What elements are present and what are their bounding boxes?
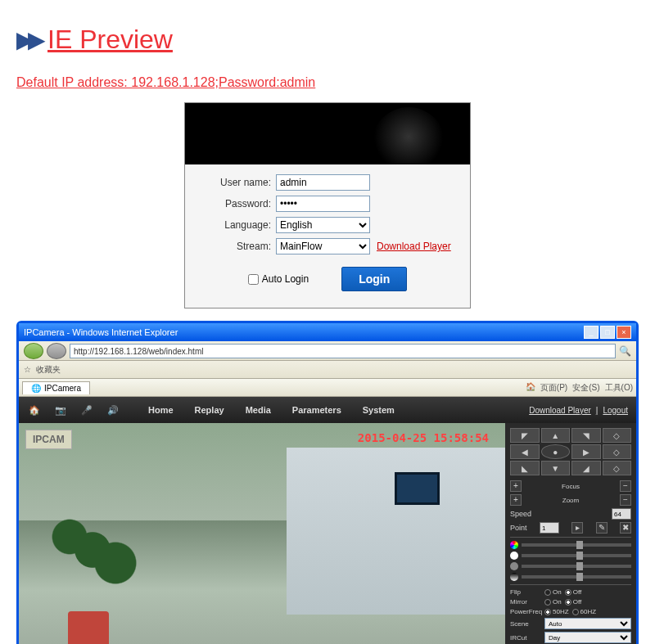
contrast-icon — [510, 562, 518, 570]
brightness-icon — [510, 552, 518, 560]
language-select[interactable]: English — [276, 217, 370, 233]
page-title: IE Preview — [47, 25, 173, 55]
username-input[interactable] — [276, 174, 370, 191]
auto-login-input[interactable] — [248, 274, 259, 285]
stream-select[interactable]: MainFlow — [276, 238, 370, 254]
mic-icon[interactable]: 🎤 — [79, 403, 94, 417]
app-download-player-link[interactable]: Download Player — [529, 406, 591, 415]
home-icon[interactable]: 🏠 — [526, 382, 535, 394]
ie-tab-bar: 🌐 IPCamera 🏠 页面(P) 安全(S) 工具(O) — [19, 379, 636, 397]
app-menu-bar: 🏠 📷 🎤 🔊 Home Replay Media Parameters Sys… — [19, 397, 636, 423]
close-button[interactable]: × — [617, 326, 631, 339]
hue-icon — [510, 541, 518, 549]
focus-minus[interactable]: − — [620, 480, 631, 492]
video-timestamp: 2015-04-25 15:58:54 — [358, 431, 489, 444]
ircut-select[interactable]: Day — [544, 632, 631, 643]
ptz-up[interactable]: ▲ — [541, 428, 571, 443]
point-go[interactable]: ▸ — [571, 522, 583, 534]
window-titlebar: IPCamera - Windows Internet Explorer _ □… — [19, 323, 636, 341]
mirror-label: Mirror — [510, 598, 541, 606]
flip-on[interactable]: On — [544, 588, 562, 596]
speaker-icon[interactable]: 🔊 — [106, 403, 120, 417]
ptz-aux3[interactable]: ◇ — [603, 461, 632, 475]
scene-label: Scene — [510, 620, 541, 628]
nav-home[interactable]: Home — [148, 405, 174, 415]
login-button[interactable]: Login — [341, 267, 407, 291]
ircut-label: IRCut — [510, 634, 541, 642]
ptz-up-left[interactable]: ◤ — [510, 428, 540, 443]
logout-link[interactable]: Logout — [603, 406, 628, 415]
ptz-aux1[interactable]: ◇ — [603, 428, 632, 443]
tool-tools[interactable]: 工具(O) — [605, 382, 633, 394]
point-label: Point — [510, 524, 527, 532]
powerfreq-label: PowerFreq — [510, 608, 541, 615]
double-arrow-icon: ▶▶ — [16, 26, 39, 53]
password-label: Password: — [197, 198, 271, 209]
url-bar[interactable]: http://192.168.1.128/web/index.html — [70, 344, 616, 358]
video-plant — [35, 489, 150, 644]
tool-page[interactable]: 页面(P) — [540, 382, 567, 394]
saturation-slider[interactable] — [522, 575, 631, 579]
ptz-up-right[interactable]: ◥ — [571, 428, 601, 443]
brightness-slider[interactable] — [522, 554, 631, 557]
ie-toolbar: http://192.168.1.128/web/index.html 🔍 — [19, 341, 636, 361]
login-header-image — [185, 103, 470, 164]
maximize-button[interactable]: □ — [600, 326, 615, 339]
ie-favorites-bar: ☆ 收藏夹 — [19, 361, 636, 379]
minimize-button[interactable]: _ — [584, 326, 599, 339]
camera-icon[interactable]: 📷 — [53, 403, 68, 417]
zoom-minus[interactable]: − — [620, 494, 631, 506]
zoom-label: Zoom — [562, 497, 579, 504]
point-input[interactable] — [540, 522, 559, 534]
ptz-down-right[interactable]: ◢ — [571, 461, 601, 475]
auto-login-checkbox[interactable]: Auto Login — [248, 273, 309, 285]
ptz-down-left[interactable]: ◣ — [510, 461, 540, 475]
scene-select[interactable]: Auto — [544, 618, 631, 629]
focus-plus[interactable]: + — [510, 480, 522, 492]
back-button[interactable] — [24, 343, 43, 359]
zoom-plus[interactable]: + — [510, 494, 522, 506]
mirror-on[interactable]: On — [544, 598, 562, 606]
forward-button[interactable] — [47, 343, 66, 359]
hue-slider[interactable] — [522, 543, 631, 547]
focus-label: Focus — [562, 483, 580, 490]
ptz-aux2[interactable]: ◇ — [603, 444, 632, 459]
ptz-right[interactable]: ▶ — [571, 444, 601, 459]
contrast-slider[interactable] — [522, 565, 631, 568]
nav-parameters[interactable]: Parameters — [292, 405, 341, 415]
language-label: Language: — [197, 219, 271, 231]
nav-replay[interactable]: Replay — [195, 405, 224, 415]
password-input[interactable] — [276, 196, 370, 212]
download-player-link[interactable]: Download Player — [377, 241, 451, 252]
browser-tab[interactable]: 🌐 IPCamera — [22, 381, 90, 394]
ptz-center[interactable]: ● — [541, 444, 571, 459]
login-panel: User name: Password: Language: English S… — [184, 102, 471, 308]
dome-camera-icon — [372, 107, 445, 164]
speed-input[interactable] — [612, 508, 631, 520]
tab-favicon: 🌐 — [31, 384, 41, 393]
search-icon[interactable]: 🔍 — [619, 345, 631, 357]
point-set[interactable]: ✎ — [596, 522, 608, 534]
freq-60[interactable]: 60HZ — [572, 608, 597, 615]
flip-off[interactable]: Off — [565, 588, 582, 596]
control-panel: ◤ ▲ ◥ ◇ ◀ ● ▶ ◇ ◣ ▼ ◢ ◇ + Focus − + Zoom — [505, 423, 636, 644]
home-icon[interactable]: 🏠 — [27, 403, 42, 417]
favorites-star-icon[interactable]: ☆ — [24, 365, 31, 374]
ptz-left[interactable]: ◀ — [510, 444, 540, 459]
saturation-icon — [510, 573, 518, 581]
favorites-label[interactable]: 收藏夹 — [36, 364, 61, 376]
username-label: User name: — [197, 177, 271, 188]
tab-label: IPCamera — [44, 384, 81, 393]
tool-security[interactable]: 安全(S) — [572, 382, 599, 394]
ipcam-badge: IPCAM — [25, 430, 72, 449]
speed-label: Speed — [510, 510, 531, 518]
nav-system[interactable]: System — [363, 405, 395, 415]
browser-window: IPCamera - Windows Internet Explorer _ □… — [16, 321, 639, 644]
mirror-off[interactable]: Off — [565, 598, 582, 606]
point-del[interactable]: ✖ — [620, 522, 631, 534]
nav-media[interactable]: Media — [246, 405, 271, 415]
ptz-down[interactable]: ▼ — [541, 461, 571, 475]
auto-login-label: Auto Login — [262, 273, 309, 285]
video-feed[interactable]: IPCAM 2015-04-25 15:58:54 — [19, 423, 505, 644]
freq-50[interactable]: 50HZ — [544, 608, 569, 615]
